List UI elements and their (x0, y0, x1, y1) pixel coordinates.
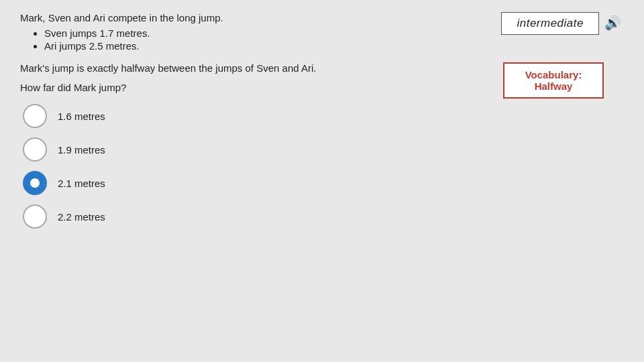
options-container: 1.6 metres 1.9 metres 2.1 metres 2.2 met… (23, 104, 624, 229)
intro-text: Mark, Sven and Ari compete in the long j… (20, 12, 223, 56)
vocab-label: Vocabulary: (525, 69, 582, 80)
bullet-item-2: Ari jumps 2.5 metres. (44, 40, 223, 52)
option-label-2: 1.9 metres (58, 144, 105, 156)
radio-2[interactable] (23, 137, 47, 162)
radio-4[interactable] (23, 204, 47, 229)
option-label-4: 2.2 metres (58, 211, 105, 223)
radio-3[interactable] (23, 171, 47, 195)
speaker-icon[interactable]: 🔊 (604, 15, 621, 31)
vocab-word: Halfway (535, 80, 573, 92)
option-row-2[interactable]: 1.9 metres (23, 137, 624, 162)
option-row-4[interactable]: 2.2 metres (23, 204, 624, 229)
halfway-section: Mark's jump is exactly halfway between t… (20, 62, 624, 74)
vocabulary-box: Vocabulary: Halfway (503, 62, 604, 99)
radio-1[interactable] (23, 104, 47, 128)
option-row-1[interactable]: 1.6 metres (23, 104, 624, 128)
content-area: Mark, Sven and Ari compete in the long j… (0, 0, 644, 242)
problem-intro: Mark, Sven and Ari compete in the long j… (20, 12, 223, 23)
bullet-item-1: Sven jumps 1.7 metres. (44, 27, 223, 39)
difficulty-title: intermediate (501, 12, 599, 35)
header-row: Mark, Sven and Ari compete in the long j… (20, 12, 624, 56)
option-label-3: 2.1 metres (58, 178, 105, 189)
option-row-3[interactable]: 2.1 metres (23, 171, 624, 195)
option-label-1: 1.6 metres (58, 111, 105, 122)
main-container: Mark, Sven and Ari compete in the long j… (0, 0, 644, 362)
bullet-list: Sven jumps 1.7 metres. Ari jumps 2.5 met… (44, 27, 223, 52)
